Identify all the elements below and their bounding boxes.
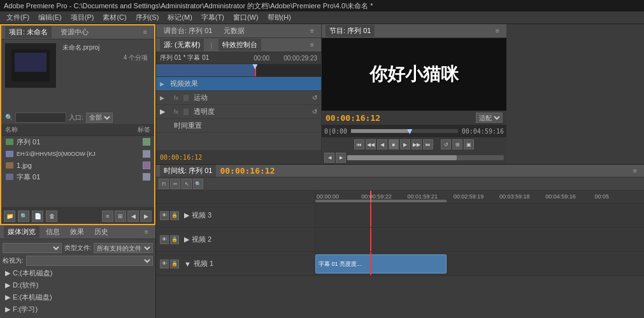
ec-motion-item[interactable]: ▶ fx 运动 ↺	[156, 91, 321, 105]
fx-icon-opacity: fx	[174, 109, 178, 115]
menu-project[interactable]: 项目(P)	[67, 11, 98, 24]
media-view-select[interactable]	[26, 256, 153, 266]
pm-progress-bar[interactable]	[351, 129, 458, 133]
tl-lock-v3[interactable]: 🔒	[170, 211, 179, 220]
tab-history[interactable]: 历史	[90, 226, 112, 238]
expand-v3[interactable]: ▶	[184, 211, 189, 219]
project-search-input[interactable]	[15, 113, 66, 123]
tl-lock-v2[interactable]: 🔒	[170, 235, 179, 244]
menu-window[interactable]: 窗口(W)	[229, 11, 262, 24]
pm-play-back-btn[interactable]: ◀	[377, 139, 387, 149]
menu-file[interactable]: 文件(F)	[3, 11, 33, 24]
pm-fit-select[interactable]: 适配	[476, 113, 503, 123]
pm-audio-left-btn[interactable]: ◀	[324, 153, 334, 163]
timeline-section: 时间线: 序列 01 00:00:16:12 ≡ ⊓ ✂ ↖ 🔍	[156, 164, 644, 272]
menu-sequence[interactable]: 序列(S)	[132, 11, 163, 24]
list-item[interactable]: 字幕 01	[1, 171, 154, 183]
ec-menu-btn[interactable]: ≡	[307, 26, 317, 36]
pm-stop-btn[interactable]: ■	[389, 139, 399, 149]
ec-time-label: 时间重置	[174, 121, 202, 130]
pm-audio-right-btn[interactable]: ▶	[336, 153, 346, 163]
tl-lock-v1[interactable]: 🔒	[170, 259, 179, 268]
pm-loop-btn[interactable]: ↺	[441, 139, 451, 149]
tab-timeline[interactable]: 时间线: 序列 01	[160, 165, 216, 177]
tab-media-browser[interactable]: 媒体浏览	[4, 226, 39, 238]
tl-snap-btn[interactable]: ⊓	[159, 179, 169, 189]
tl-zoom-btn[interactable]: 🔍	[193, 179, 203, 189]
timeline-menu-btn[interactable]: ≡	[630, 166, 640, 176]
menu-marker[interactable]: 标记(M)	[164, 11, 196, 24]
new-bin-btn[interactable]: 📁	[4, 211, 15, 222]
nav-right-btn[interactable]: ▶	[140, 211, 152, 222]
tab-project[interactable]: 项目: 未命名	[5, 26, 52, 38]
tl-eye-v2[interactable]: 👁	[160, 235, 169, 244]
pm-current-timecode[interactable]: 00:00:16:12	[326, 113, 380, 123]
drive-item-e[interactable]: ▶ E:(本机磁盘)	[3, 291, 153, 303]
drive-item-f[interactable]: ▶ F:(学习)	[3, 303, 153, 315]
tab-audio-mixer[interactable]: 调音台: 序列 01	[160, 25, 216, 37]
list-item[interactable]: EH①@HHVMS[0(M0OOW·{KJ	[1, 148, 154, 160]
pm-audio-bar[interactable]	[347, 155, 504, 160]
ec-toolbar: 序列 01 * 字幕 01 00:00 00:00:29:23	[156, 52, 321, 64]
tl-razor-btn[interactable]: ✂	[170, 179, 180, 189]
media-format-select[interactable]	[3, 243, 62, 253]
tl-select-btn[interactable]: ↖	[182, 179, 192, 189]
pm-step-fwd-btn[interactable]: ▶▶	[411, 139, 422, 149]
menu-help[interactable]: 帮助(H)	[264, 11, 295, 24]
tab-info[interactable]: 信息	[42, 226, 64, 238]
menu-clip[interactable]: 素材(C)	[99, 11, 130, 24]
expand-v2[interactable]: ▶	[184, 235, 189, 244]
pm-subtitle-text: 你好小猫咪	[369, 62, 459, 86]
timeline-timecode[interactable]: 00:00:16:12	[220, 166, 275, 176]
pm-output-btn[interactable]: ▣	[464, 139, 474, 149]
tab-resource-center[interactable]: 资源中心	[57, 26, 92, 38]
ec-opacity-item[interactable]: ▶ fx 透明度 ↺	[156, 105, 321, 119]
ec-timeline-bar	[156, 64, 321, 77]
drive-item-c[interactable]: ▶ C:(本机磁盘)	[3, 267, 153, 279]
thumbnail-image	[11, 50, 50, 81]
new-item-btn[interactable]: 📄	[32, 211, 43, 222]
ec-motion-label: 运动	[194, 93, 208, 102]
menu-edit[interactable]: 编辑(E)	[34, 11, 66, 24]
track-label-video1: 👁 🔒 ▼ 视频 1	[156, 252, 315, 276]
media-panel-menu-btn[interactable]: ≡	[141, 227, 152, 237]
pm-go-start-btn[interactable]: ⏮	[354, 139, 364, 149]
media-type-select[interactable]: 所有支持的文件	[94, 243, 153, 253]
color-tag-title	[143, 173, 150, 181]
tab-metadata[interactable]: 元数据	[220, 25, 248, 37]
list-view-btn[interactable]: ≡	[102, 211, 113, 222]
ec-opacity-label: 透明度	[194, 107, 215, 116]
tab-special-controls[interactable]: 特效控制台	[218, 39, 261, 51]
bin-select[interactable]: 全部	[86, 113, 113, 123]
timeline-clip-v1[interactable]: 字幕 01 亮度度...	[315, 254, 447, 273]
pm-step-back-btn[interactable]: ◀◀	[366, 139, 376, 149]
pm-go-end-btn[interactable]: ⏭	[423, 139, 433, 149]
pm-menu-btn[interactable]: ≡	[492, 26, 503, 36]
pm-safe-margin-btn[interactable]: ⊞	[452, 139, 462, 149]
source-menu-btn[interactable]: ≡	[307, 40, 317, 50]
tl-eye-v1[interactable]: 👁	[160, 259, 169, 268]
opacity-reset-icon: ↺	[312, 108, 317, 115]
menu-title[interactable]: 字幕(T)	[197, 11, 228, 24]
ec-video-effects-group[interactable]: ▶ 视频效果	[156, 77, 321, 91]
nav-left-btn[interactable]: ◀	[127, 211, 139, 222]
ec-time-remap-item[interactable]: 时间重置	[156, 119, 321, 133]
pm-timecode-bar: 00:00:16:12 适配	[322, 111, 506, 125]
pm-play-btn[interactable]: ▶	[400, 139, 410, 149]
list-item[interactable]: 序列 01	[1, 136, 154, 148]
tab-source[interactable]: 源: (无素材)	[160, 39, 204, 51]
work-area-bar[interactable]	[315, 200, 447, 202]
track-icons-v3: 👁 🔒	[160, 211, 179, 220]
expand-v1[interactable]: ▼	[184, 260, 191, 268]
project-panel-menu-btn[interactable]: ≡	[140, 27, 150, 38]
timeline-track-v3	[315, 204, 644, 228]
tab-program-monitor[interactable]: 节目: 序列 01	[326, 25, 375, 37]
search-btn[interactable]: 🔍	[18, 211, 29, 222]
list-item[interactable]: 1.jpg	[1, 160, 154, 171]
drive-item-d[interactable]: ▶ D:(软件)	[3, 279, 153, 291]
icon-view-btn[interactable]: ⊞	[115, 211, 126, 222]
delete-btn[interactable]: 🗑	[46, 211, 57, 222]
tab-effects[interactable]: 效果	[66, 226, 88, 238]
motion-reset-icon: ↺	[312, 94, 317, 101]
tl-eye-v3[interactable]: 👁	[160, 211, 169, 220]
